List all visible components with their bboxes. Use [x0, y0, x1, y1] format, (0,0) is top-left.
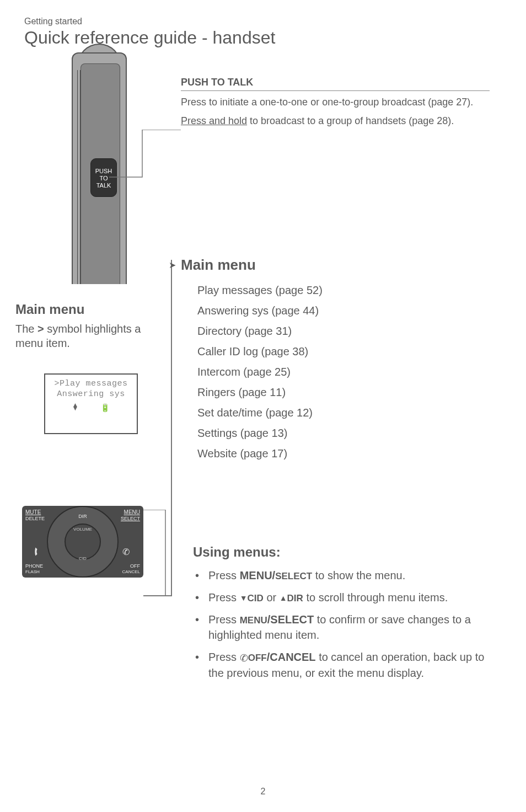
ptt-label-3: TALK	[91, 182, 116, 189]
lcd-screen: >Play messages Answering sys ▲▼ 🔋	[44, 373, 138, 434]
menu-item: Play messages (page 52)	[197, 280, 490, 301]
main-menu-heading: Main menu	[181, 257, 490, 274]
hangup-icon: ✆	[122, 547, 132, 557]
flash-key-label[interactable]: FLASH	[25, 569, 40, 574]
talk-icon	[33, 547, 43, 557]
updown-icon: ▲▼	[72, 403, 79, 412]
delete-key-label[interactable]: DELETE	[25, 516, 45, 521]
arrow-icon: ➤	[169, 260, 176, 270]
cancel-key-label[interactable]: CANCEL	[122, 569, 140, 574]
using-menus-item-1: Press MENU/SELECT to show the menu.	[193, 568, 502, 583]
select-key-label[interactable]: SELECT	[121, 516, 140, 521]
using-menus-heading: Using menus:	[193, 544, 502, 560]
using-menus-item-2: Press CID or DIR to scroll through menu …	[193, 590, 502, 605]
ptt-heading: PUSH TO TALK	[181, 77, 490, 91]
cid-key-label[interactable]: CID	[79, 556, 87, 561]
phone-key-label[interactable]: PHONE	[25, 563, 43, 569]
ptt-label-1: PUSH	[91, 168, 116, 175]
menu-key-label[interactable]: MENU	[124, 509, 140, 515]
ptt-para-1: Press to initiate a one-to-one or one-to…	[181, 95, 490, 109]
main-menu-left-heading: Main menu	[15, 302, 159, 317]
push-to-talk-button[interactable]: PUSH TO TALK	[90, 158, 117, 197]
volume-key-label: VOLUME	[73, 527, 92, 532]
keypad-leader-line	[143, 510, 182, 598]
using-menus-item-3: Press MENU/SELECT to confirm or save cha…	[193, 612, 502, 643]
off-key-label[interactable]: OFF	[130, 563, 140, 569]
menu-item: Directory (page 31)	[197, 321, 490, 341]
menu-item: Intercom (page 25)	[197, 362, 490, 382]
mute-key-label[interactable]: MUTE	[25, 509, 41, 515]
section-label: Getting started	[24, 17, 526, 26]
battery-icon: 🔋	[100, 403, 110, 412]
menu-item: Settings (page 13)	[197, 423, 490, 444]
lcd-line-2: Answering sys	[47, 389, 135, 400]
menu-item: Answering sys (page 44)	[197, 301, 490, 321]
ptt-press-hold: Press and hold	[181, 115, 247, 126]
using-menus-item-4: Press OFF/CANCEL to cancel an operation,…	[193, 649, 502, 681]
phone-icon	[240, 651, 248, 663]
ptt-label-2: TO	[91, 175, 116, 182]
menu-item: Caller ID log (page 38)	[197, 341, 490, 362]
down-triangle-icon	[240, 591, 248, 603]
lcd-line-1: >Play messages	[47, 379, 135, 389]
up-triangle-icon	[280, 591, 287, 603]
menu-item: Ringers (page 11)	[197, 382, 490, 403]
menu-leader-foot	[143, 595, 172, 596]
menu-item: Website (page 17)	[197, 444, 490, 464]
handset-side-illustration: PUSH TO TALK	[72, 48, 149, 285]
dir-key-label[interactable]: DIR	[78, 514, 87, 519]
page-number: 2	[0, 787, 526, 797]
main-menu-list: Play messages (page 52) Answering sys (p…	[181, 280, 490, 464]
menu-leader-vertical	[171, 260, 172, 596]
menu-item: Set date/time (page 12)	[197, 403, 490, 423]
main-menu-left-text: The > symbol highlights a menu item.	[15, 322, 159, 350]
ptt-para-2: Press and hold to broadcast to a group o…	[181, 114, 490, 127]
keypad-illustration: MUTE DELETE MENU SELECT DIR VOLUME CID P…	[22, 506, 143, 578]
